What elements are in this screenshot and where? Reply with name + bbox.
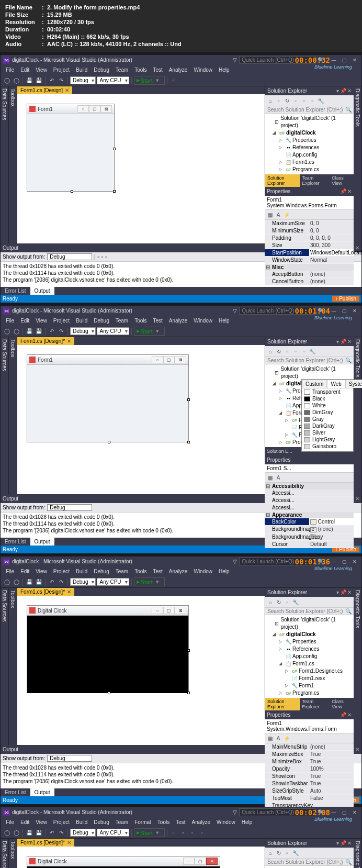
document-tab[interactable]: Form1.cs [Design]*✕ <box>17 839 74 847</box>
prop-value[interactable]: False <box>309 795 354 802</box>
tree-node[interactable]: Properties <box>292 638 316 646</box>
close-icon[interactable]: ✕ <box>347 188 352 194</box>
solution-node[interactable]: Solution 'digitalClock' (1 project) <box>280 616 353 631</box>
color-tab-system[interactable]: System <box>345 380 362 388</box>
search-icon[interactable]: 🔍 <box>345 608 352 614</box>
minimize-button[interactable]: — <box>329 57 338 64</box>
menu-tools[interactable]: Tools <box>131 317 150 325</box>
close-icon[interactable]: ✕ <box>355 496 359 502</box>
menu-build[interactable]: Build <box>73 66 90 74</box>
diagnostic-tools-tab[interactable]: Diagnostic Tools <box>354 839 361 868</box>
menu-project[interactable]: Project <box>50 66 73 74</box>
tree-node[interactable]: References <box>292 144 319 151</box>
diagnostic-tools-tab[interactable]: Diagnostic Tools <box>354 588 361 745</box>
output-source-dropdown[interactable]: Debug <box>47 253 92 260</box>
tool-icon[interactable]: ▫ <box>169 76 178 85</box>
form-preview[interactable]: Form1○▢⊠ <box>27 354 189 442</box>
align-icon[interactable]: ▫ <box>179 829 187 837</box>
dropdown-icon[interactable]: ▾ <box>336 589 339 595</box>
document-tab[interactable]: Form1.cs [Design]*✕ <box>17 337 74 345</box>
menu-help[interactable]: Help <box>216 317 233 325</box>
wrench-icon[interactable]: 🔧 <box>291 849 300 857</box>
diagnostic-tools-tab[interactable]: Diagnostic Tools <box>354 86 361 243</box>
color-option[interactable]: DarkGray <box>302 422 353 429</box>
output-source-dropdown[interactable]: Debug <box>47 504 92 511</box>
config-dropdown[interactable]: Debug <box>70 578 96 586</box>
pin-icon[interactable]: 📌 <box>340 589 346 595</box>
menu-project[interactable]: Project <box>50 317 73 325</box>
tool-icon[interactable]: ▫ <box>300 347 308 355</box>
menu-debug[interactable]: Debug <box>90 317 112 325</box>
prop-value[interactable]: Auto <box>309 787 354 794</box>
props-object-selector[interactable]: Form1 System.Windows.Forms.Form <box>265 719 354 733</box>
prop-category[interactable]: Appearance <box>265 511 354 518</box>
tab-class-view[interactable]: Class View <box>330 174 354 187</box>
menu-build[interactable]: Build <box>73 317 90 325</box>
tool-icon[interactable]: ▫ <box>291 96 300 105</box>
tree-node[interactable]: Form1.resx <box>299 675 325 682</box>
save-all-icon[interactable]: 💾 <box>35 829 43 837</box>
dropdown-icon[interactable]: ▾ <box>336 840 339 846</box>
tree-node[interactable]: Form1.cs <box>292 660 314 667</box>
tool-icon[interactable]: ◦ <box>275 96 283 105</box>
prop-value[interactable]: True <box>309 758 354 765</box>
platform-dropdown[interactable]: Any CPU <box>97 578 129 586</box>
alpha-icon[interactable]: A <box>274 734 282 742</box>
wrench-icon[interactable]: 🔧 <box>291 598 300 606</box>
maximize-button[interactable]: ▢ <box>340 57 349 64</box>
prop-value[interactable]: True <box>309 773 354 780</box>
tab-team-explorer[interactable]: Team Explorer <box>300 698 330 710</box>
config-dropdown[interactable]: Debug <box>70 829 96 837</box>
tree-node[interactable]: Form1.cs <box>292 159 314 166</box>
search-icon[interactable]: 🔍 <box>345 859 352 865</box>
prop-value[interactable]: True <box>309 780 354 787</box>
nav-fwd-icon[interactable]: ◯ <box>12 578 20 586</box>
tab-team-explorer[interactable]: Team Explorer <box>300 174 330 187</box>
tab-output[interactable]: Output <box>30 788 54 796</box>
close-button[interactable]: ✕ <box>350 558 359 565</box>
home-icon[interactable]: ⌂ <box>266 849 275 857</box>
prop-value[interactable]: 0, 0 <box>309 220 354 227</box>
menu-help[interactable]: Help <box>239 818 256 826</box>
start-button[interactable]: Start <box>134 577 165 586</box>
solution-node[interactable]: Solution 'digitalClock' (1 project) <box>280 365 353 380</box>
tab-solution-explorer[interactable]: Solution Explorer <box>265 698 300 710</box>
props-object-selector[interactable]: Form1 S... <box>265 464 354 473</box>
redo-icon[interactable]: ↷ <box>57 76 65 85</box>
menu-team[interactable]: Team <box>112 317 131 325</box>
align-icon[interactable]: ▫ <box>188 829 197 837</box>
maximize-button[interactable]: ▢ <box>340 558 349 565</box>
props-grid[interactable]: MaximumSize0, 0 MinimumSize0, 0 Padding0… <box>265 220 354 285</box>
props-object-selector[interactable]: Form1 System.Windows.Forms.Form <box>265 196 354 210</box>
menu-analyze[interactable]: Analyze <box>166 317 191 325</box>
form-preview[interactable]: Digital Clock○▢⊠ <box>27 605 189 693</box>
project-node[interactable]: digitalClock <box>286 631 316 638</box>
tool-icon[interactable]: ▫ <box>283 598 291 606</box>
sol-search-input[interactable] <box>267 107 345 113</box>
tab-class-view[interactable]: Class View <box>330 698 354 710</box>
menu-analyze[interactable]: Analyze <box>189 818 214 826</box>
prop-value[interactable]: Default <box>309 541 354 548</box>
close-icon[interactable]: ✕ <box>355 747 359 752</box>
config-dropdown[interactable]: Debug <box>70 327 96 335</box>
events-icon[interactable]: ⚡ <box>282 734 291 742</box>
menu-edit[interactable]: Edit <box>17 317 32 325</box>
tab-close-icon[interactable]: ✕ <box>67 338 71 344</box>
pin-icon[interactable]: 📌 <box>340 840 346 846</box>
undo-icon[interactable]: ↶ <box>48 327 56 336</box>
menu-build[interactable]: Build <box>73 567 90 575</box>
solution-tree[interactable]: ⊡Solution 'digitalClock' (1 project) ◢c#… <box>265 615 354 698</box>
sol-search-input[interactable] <box>267 358 345 363</box>
menu-team[interactable]: Team <box>112 66 131 74</box>
color-option[interactable]: LightGray <box>302 436 353 443</box>
platform-dropdown[interactable]: Any CPU <box>97 76 129 84</box>
pin-icon[interactable]: 📌 <box>340 188 346 194</box>
tab-close-icon[interactable]: ✕ <box>67 840 71 845</box>
categorize-icon[interactable]: ▦ <box>266 734 274 742</box>
menu-test[interactable]: Test <box>150 66 166 74</box>
search-icon[interactable]: 🔍 <box>345 107 352 113</box>
nav-fwd-icon[interactable]: ◯ <box>12 829 20 837</box>
start-button[interactable]: Start <box>134 828 165 837</box>
prop-value[interactable]: 100% <box>309 765 354 772</box>
home-icon[interactable]: ⌂ <box>266 96 275 105</box>
